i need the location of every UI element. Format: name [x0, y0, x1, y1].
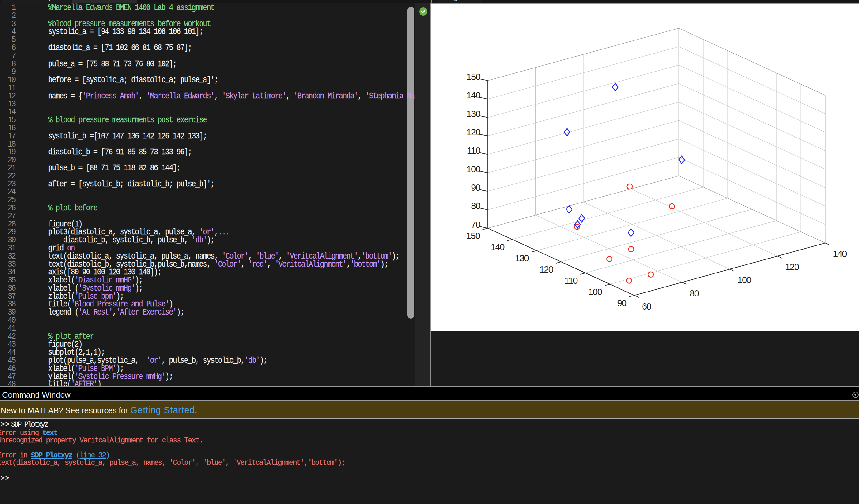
- svg-text:130: 130: [515, 253, 529, 263]
- svg-text:90: 90: [617, 298, 627, 308]
- svg-text:70: 70: [471, 220, 480, 230]
- svg-text:100: 100: [738, 275, 751, 285]
- svg-text:140: 140: [467, 90, 480, 100]
- svg-text:140: 140: [833, 249, 846, 259]
- svg-text:100: 100: [467, 164, 480, 174]
- svg-text:130: 130: [467, 109, 480, 119]
- svg-text:110: 110: [564, 275, 577, 286]
- svg-text:140: 140: [491, 242, 504, 252]
- svg-text:100: 100: [588, 287, 602, 297]
- svg-text:150: 150: [467, 72, 480, 82]
- svg-text:150: 150: [466, 231, 480, 241]
- svg-text:120: 120: [467, 127, 480, 137]
- svg-text:120: 120: [785, 262, 799, 272]
- svg-text:80: 80: [690, 288, 699, 298]
- svg-text:80: 80: [471, 201, 480, 211]
- svg-text:110: 110: [467, 146, 480, 156]
- svg-text:60: 60: [642, 301, 651, 311]
- svg-text:120: 120: [540, 265, 553, 274]
- svg-text:90: 90: [471, 183, 480, 193]
